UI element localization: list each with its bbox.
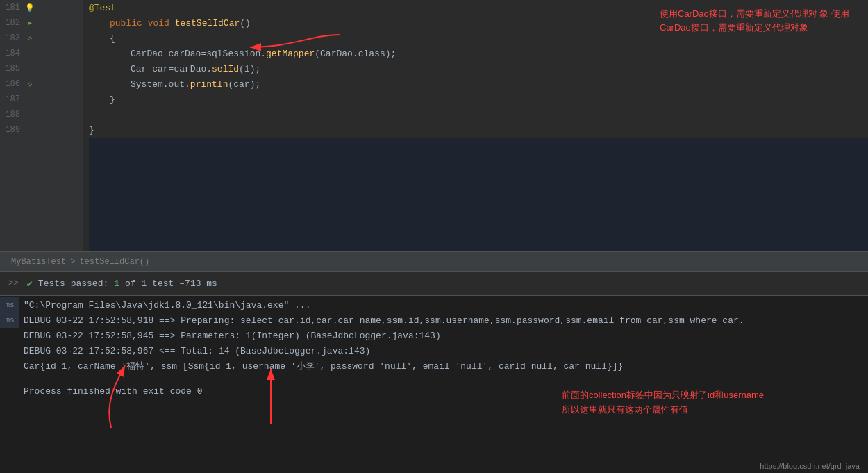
bookmark-icon-183: ◇: [24, 33, 35, 44]
process-finished-text: Process finished with exit code 0: [24, 386, 202, 397]
line-number-gutter: 181 💡 182 ▶ 183 ◇ 184: [0, 0, 83, 251]
console-line-5: Car{id=1, carName='福特', ssm=[Ssm{id=1, u…: [0, 358, 868, 374]
code-line-188: [89, 107, 868, 122]
url-bar: https://blog.csdn.net/grd_java: [0, 458, 868, 473]
bulb-icon: 💡: [24, 2, 35, 13]
line-num-189: 189: [0, 125, 24, 135]
line-num-181: 181: [0, 3, 24, 13]
code-annotation-text: 使用CarDao接口，需要重新定义代理对 象 使用CarDao接口，需要重新定义…: [660, 7, 854, 34]
console-text-2: DEBUG 03-22 17:52:58,918 ==> Preparing: …: [24, 315, 744, 326]
gutter-empty-187: [24, 94, 35, 105]
code-line-186: System.out.println(car);: [89, 76, 868, 92]
console-output: ms "C:\Program Files\Java\jdk1.8.0_121\b…: [0, 296, 868, 473]
blog-url: https://blog.csdn.net/grd_java: [760, 462, 860, 470]
code-line-184: CarDao carDao=sqlSession.getMapper(CarDa…: [89, 46, 868, 61]
line-num-188: 188: [0, 110, 24, 119]
line-num-182: 182: [0, 18, 24, 28]
console-line-1: ms "C:\Program Files\Java\jdk1.8.0_121\b…: [0, 297, 868, 313]
test-results-bar: >> ✔ Tests passed: 1 of 1 test –713 ms: [0, 271, 868, 296]
bookmark-icon-186: ◇: [24, 78, 35, 90]
test-pass-icon: ✔: [26, 278, 32, 290]
line-num-187: 187: [0, 94, 24, 104]
annotation-test: @Test: [89, 3, 116, 13]
code-editor: 181 💡 182 ▶ 183 ◇ 184: [0, 0, 868, 271]
console-line-3: DEBUG 03-22 17:52:58,945 ==> Parameters:…: [0, 328, 868, 343]
console-text-3: DEBUG 03-22 17:52:58,945 ==> Parameters:…: [24, 331, 441, 341]
line-num-183: 183: [0, 33, 24, 43]
console-text-1: "C:\Program Files\Java\jdk1.8.0_121\bin\…: [24, 300, 310, 310]
test-result-of: of 1 test: [125, 279, 174, 289]
console-line-2: ms DEBUG 03-22 17:52:58,918 ==> Preparin…: [0, 313, 868, 328]
console-label-ms-2: ms: [0, 313, 19, 328]
annotation-line-1: 前面的collection标签中因为只映射了id和username: [562, 388, 764, 403]
console-text-5: Car{id=1, carName='福特', ssm=[Ssm{id=1, u…: [24, 360, 623, 372]
line-num-185: 185: [0, 64, 24, 74]
code-line-189: }: [89, 122, 868, 138]
breadcrumb: MyBatisTest > testSelIdCar(): [0, 251, 868, 271]
annotation-line-2: 所以这里就只有这两个属性有值: [562, 403, 764, 417]
console-blank: [0, 374, 868, 383]
console-label-empty-5: [0, 358, 19, 374]
gutter-empty-189: [24, 124, 35, 135]
line-num-186: 186: [0, 79, 24, 89]
console-line-4: DEBUG 03-22 17:52:58,967 <== Total: 14 (…: [0, 343, 868, 358]
console-text-4: DEBUG 03-22 17:52:58,967 <== Total: 14 (…: [24, 346, 370, 356]
test-result-label: Tests passed:: [38, 279, 108, 289]
gutter-empty-184: [24, 48, 35, 59]
gutter-empty-185: [24, 63, 35, 74]
breadcrumb-sep: >: [70, 257, 75, 267]
test-result-count: 1: [114, 279, 119, 289]
console-label-empty-3: [0, 328, 19, 343]
code-content[interactable]: @Test public void testSelIdCar() { CarDa…: [83, 0, 868, 251]
run-arrow-icon: ▶: [24, 17, 35, 28]
console-label-empty-4: [0, 343, 19, 358]
breadcrumb-method: testSelIdCar(): [79, 257, 149, 267]
breadcrumb-class: MyBatisTest: [11, 257, 66, 267]
code-line-187: }: [89, 92, 868, 107]
expand-icon[interactable]: >>: [8, 279, 18, 288]
line-num-184: 184: [0, 49, 24, 58]
code-line-185: Car car=carDao.selId(1);: [89, 61, 868, 76]
test-result-duration: –713 ms: [179, 279, 217, 289]
gutter-empty-188: [24, 109, 35, 120]
console-bottom-annotation: 前面的collection标签中因为只映射了id和username 所以这里就只…: [562, 388, 764, 417]
console-label-ms-1: ms: [0, 297, 19, 313]
